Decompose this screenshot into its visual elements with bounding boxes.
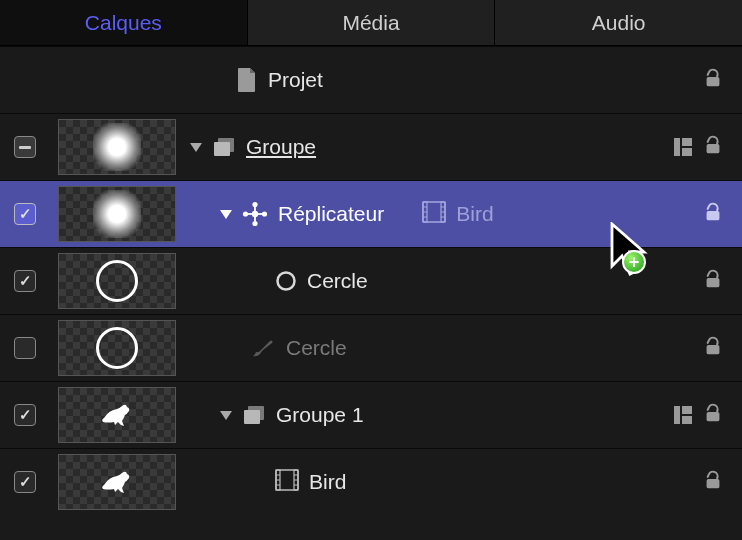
row-bird[interactable]: Bird [0, 448, 742, 515]
svg-point-4 [252, 211, 258, 217]
checkbox-cercle-2[interactable] [14, 337, 36, 359]
thumbnail-bird[interactable] [58, 454, 176, 510]
brush-icon [252, 337, 276, 359]
document-icon [236, 67, 258, 93]
tab-media[interactable]: Média [248, 0, 496, 45]
layers-icon [242, 404, 266, 426]
checkbox-cercle-1[interactable] [14, 270, 36, 292]
lock-icon[interactable] [702, 469, 724, 495]
row-groupe[interactable]: Groupe [0, 113, 742, 180]
svg-point-6 [252, 221, 257, 226]
svg-rect-3 [707, 144, 720, 153]
checkbox-groupe[interactable] [14, 136, 36, 158]
groupe-label: Groupe [246, 135, 316, 159]
lock-icon[interactable] [702, 201, 724, 227]
film-icon [422, 201, 446, 228]
film-icon [275, 469, 299, 496]
replicateur-label: Réplicateur [278, 202, 384, 226]
tab-calques[interactable]: Calques [0, 0, 248, 45]
row-projet[interactable]: Projet [0, 46, 742, 113]
lock-icon[interactable] [702, 134, 724, 160]
thumbnail-cercle-2[interactable] [58, 320, 176, 376]
row-cercle-1[interactable]: Cercle [0, 247, 742, 314]
row-cercle-2[interactable]: Cercle [0, 314, 742, 381]
svg-point-5 [252, 202, 257, 207]
svg-point-23 [278, 273, 295, 290]
drop-label: Bird [456, 202, 493, 226]
tab-bar: Calques Média Audio [0, 0, 742, 46]
lock-icon[interactable] [702, 335, 724, 361]
thumbnail-replicateur[interactable] [58, 186, 176, 242]
bird-label: Bird [309, 470, 346, 494]
row-groupe-1[interactable]: Groupe 1 [0, 381, 742, 448]
checkbox-bird[interactable] [14, 471, 36, 493]
lock-icon[interactable] [702, 268, 724, 294]
svg-rect-0 [707, 77, 720, 86]
tab-audio[interactable]: Audio [495, 0, 742, 45]
svg-rect-28 [707, 412, 720, 421]
stacks-icon[interactable] [674, 406, 692, 424]
cercle-1-label: Cercle [307, 269, 368, 293]
svg-rect-2 [214, 142, 230, 156]
svg-rect-25 [707, 345, 720, 354]
svg-rect-27 [244, 410, 260, 424]
layers-icon [212, 136, 236, 158]
thumbnail-groupe[interactable] [58, 119, 176, 175]
checkbox-groupe-1[interactable] [14, 404, 36, 426]
svg-rect-38 [707, 479, 720, 488]
checkbox-replicateur[interactable] [14, 203, 36, 225]
thumbnail-groupe-1[interactable] [58, 387, 176, 443]
disclosure-icon[interactable] [220, 411, 232, 420]
svg-rect-22 [707, 211, 720, 220]
stacks-icon[interactable] [674, 138, 692, 156]
svg-point-8 [262, 211, 267, 216]
disclosure-icon[interactable] [220, 210, 232, 219]
thumbnail-cercle-1[interactable] [58, 253, 176, 309]
cercle-2-label: Cercle [286, 336, 347, 360]
lock-icon[interactable] [702, 67, 724, 93]
disclosure-icon[interactable] [190, 143, 202, 152]
circle-icon [275, 270, 297, 292]
lock-icon[interactable] [702, 402, 724, 428]
row-replicateur[interactable]: Réplicateur Bird [0, 180, 742, 247]
svg-point-7 [243, 211, 248, 216]
replicator-icon [242, 201, 268, 227]
projet-label: Projet [268, 68, 323, 92]
svg-rect-24 [707, 278, 720, 287]
groupe-1-label: Groupe 1 [276, 403, 364, 427]
